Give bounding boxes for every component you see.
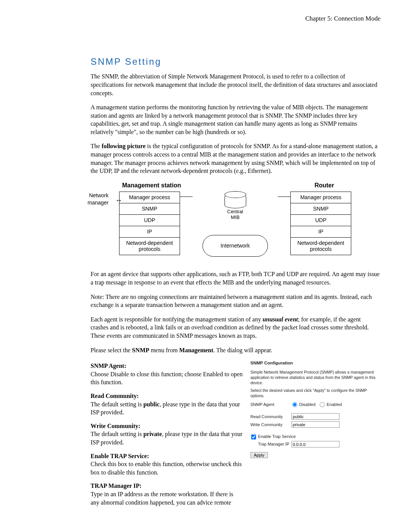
radio-label: Enabled	[327, 402, 342, 407]
paragraph: Please select the SNMP menu from Managem…	[91, 346, 380, 355]
management-station-stack: Manager process SNMP UDP IP Netword-depe…	[119, 192, 180, 255]
page: Chapter 5: Connection Mode SNMP Setting …	[0, 0, 411, 532]
stack-layer: Netword-dependent protocols	[119, 237, 180, 256]
page-header: Chapter 5: Connection Mode	[30, 14, 381, 23]
stack-layer: SNMP	[290, 203, 351, 215]
enable-trap-checkbox[interactable]: Enable Trap Service	[250, 434, 296, 439]
stack-layer: IP	[290, 226, 351, 238]
field-title: Read Community:	[91, 392, 243, 400]
central-mib-db: Central MIB	[225, 194, 246, 220]
checkbox-label: Enable Trap Service	[258, 434, 296, 439]
text: MIB	[225, 215, 246, 220]
network-manager-label: Network manager	[88, 192, 108, 206]
radio-input[interactable]	[320, 402, 325, 407]
row-label: Trap Manager IP	[250, 440, 292, 448]
text: menu from	[149, 347, 179, 353]
text-bold: SNMP	[132, 347, 149, 353]
text: Network	[88, 192, 108, 199]
stack-layer: IP	[119, 226, 180, 238]
text: Central	[225, 209, 246, 215]
stack-layer: SNMP	[119, 203, 180, 215]
text: . The dialog will appear.	[213, 347, 272, 353]
field-title: SNMP Agent:	[91, 362, 243, 370]
paragraph: The SNMP, the abbreviation of Simple Net…	[91, 72, 380, 97]
paragraph: Note: There are no ongoing connections a…	[91, 293, 380, 309]
checkbox-input[interactable]	[251, 435, 256, 439]
stack-layer: UDP	[119, 214, 180, 226]
read-community-input[interactable]	[292, 413, 339, 420]
text: The default setting is	[91, 431, 143, 437]
row-label: Write Community	[250, 420, 292, 428]
stack-layer: UDP	[290, 214, 351, 226]
field-descriptions: SNMP Agent: Choose Disable to close this…	[91, 360, 243, 512]
field-title: Write Community:	[91, 422, 243, 430]
row-label: SNMP Agent	[250, 401, 292, 408]
stack-layer: Manager process	[119, 192, 180, 203]
field-body: Check this box to enable this function, …	[91, 460, 243, 476]
paragraph: Each agent is responsible for notifying …	[91, 315, 380, 340]
section-title: SNMP Setting	[91, 56, 380, 68]
internetwork-cloud: Internetwork	[202, 235, 268, 257]
diagram-header-right: Router	[314, 181, 334, 190]
panel-description: Select the desired values and click "App…	[250, 388, 380, 398]
paragraph: The following picture is the typical con…	[91, 142, 380, 175]
field-body: The default setting is public, please ty…	[91, 400, 243, 417]
radio-input[interactable]	[292, 402, 297, 407]
trap-manager-ip-input[interactable]	[292, 441, 339, 447]
text: Please select the	[91, 347, 132, 353]
text-bold-italic: unusual event	[263, 316, 298, 323]
panel-title: SNMP Configuration	[250, 360, 380, 366]
radio-disabled[interactable]: Disabled	[292, 402, 315, 407]
text: The default setting is	[91, 401, 143, 407]
connector-line	[180, 197, 193, 197]
content: SNMP Setting The SNMP, the abbreviation …	[91, 56, 380, 512]
snmp-architecture-diagram: Network manager ↔ Management station Rou…	[91, 181, 380, 264]
database-icon	[225, 194, 246, 208]
field-body: Type in an IP address as the remote work…	[91, 490, 243, 506]
text: Each agent is responsible for notifying …	[91, 316, 263, 323]
field-title: TRAP Manager IP:	[91, 482, 243, 490]
paragraph: A management station performs the monito…	[91, 103, 380, 136]
text-bold: Management	[179, 347, 213, 353]
write-community-input[interactable]	[292, 421, 339, 428]
text-bold: following picture	[102, 143, 146, 149]
radio-enabled[interactable]: Enabled	[319, 402, 342, 407]
diagram-header-left: Management station	[122, 181, 181, 190]
arrow-icon: ↔	[115, 196, 122, 205]
text-bold: public	[143, 401, 160, 407]
stack-layer: Netword-dependent protocols	[290, 237, 351, 256]
connector-line	[278, 197, 290, 197]
field-title: Enable TRAP Service:	[91, 452, 243, 460]
text-bold: private	[143, 431, 162, 437]
field-body: Choose Disable to close this function; c…	[91, 370, 243, 387]
text: manager	[88, 199, 108, 206]
row-label: Read Community	[250, 412, 292, 420]
field-body: The default setting is private, please t…	[91, 430, 243, 446]
paragraph: For an agent device that supports other …	[91, 270, 380, 286]
snmp-config-panel-screenshot: SNMP Configuration Simple Network Manage…	[250, 360, 380, 458]
apply-button[interactable]: Apply	[250, 452, 268, 458]
router-stack: Manager process SNMP UDP IP Netword-depe…	[290, 192, 351, 255]
text: The	[91, 143, 102, 149]
stack-layer: Manager process	[290, 192, 351, 203]
diagram-center: Central MIB Internetwork	[197, 192, 273, 264]
radio-label: Disabled	[299, 402, 315, 407]
panel-description: Simple Network Management Protocol (SNMP…	[250, 369, 380, 386]
